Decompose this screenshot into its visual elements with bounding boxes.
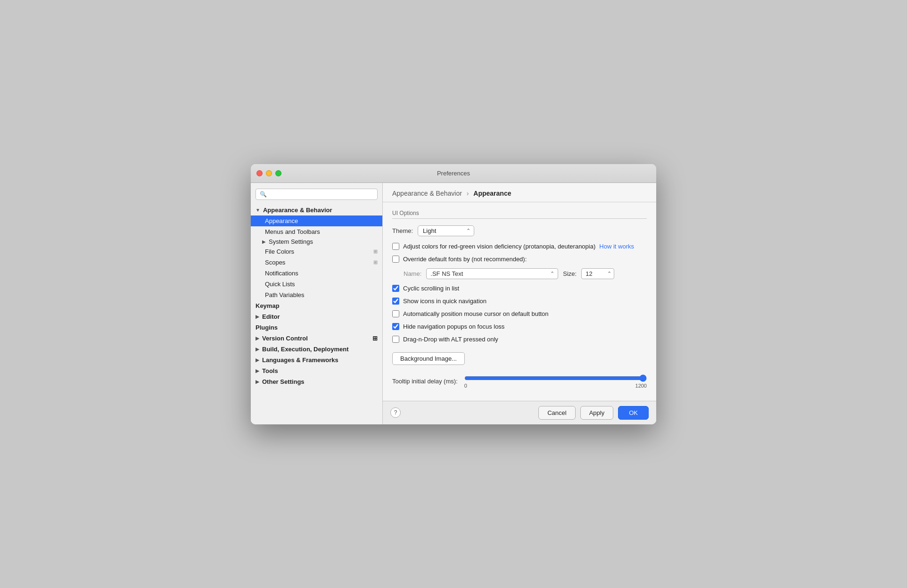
sidebar-section-label: Version Control [262,335,308,342]
font-select-wrapper[interactable]: .SF NS Text ⌃ [426,268,558,279]
title-bar: Preferences [251,164,656,183]
sidebar-item-appearance[interactable]: Appearance [251,215,382,226]
breadcrumb: Appearance & Behavior › Appearance [383,183,656,202]
window-title: Preferences [437,170,470,177]
search-bar[interactable] [256,189,378,200]
sidebar-item-label: System Settings [269,238,313,245]
sidebar: ▼ Appearance & Behavior Appearance Menus… [251,183,383,424]
sidebar-section-label: Tools [262,367,278,374]
sidebar-item-other-settings[interactable]: ▶ Other Settings [251,376,382,387]
drag-drop-checkbox[interactable] [392,336,399,343]
hide-nav-checkbox[interactable] [392,323,399,330]
sidebar-item-label: Quick Lists [265,281,295,288]
auto-mouse-row: Automatically position mouse cursor on d… [392,310,647,317]
theme-label: Theme: [392,227,413,234]
sidebar-item-plugins[interactable]: Plugins [251,322,382,333]
footer-left: ? [390,407,401,418]
sidebar-item-menus-toolbars[interactable]: Menus and Toolbars [251,226,382,237]
color-blind-row: Adjust colors for red-green vision defic… [392,243,647,250]
background-image-button[interactable]: Background Image... [392,352,465,365]
slider-labels: 0 1200 [464,383,647,389]
sidebar-item-path-variables[interactable]: Path Variables [251,290,382,300]
question-icon: ? [394,409,397,416]
sidebar-item-editor[interactable]: ▶ Editor [251,311,382,322]
sidebar-item-tools[interactable]: ▶ Tools [251,365,382,376]
theme-select-wrapper[interactable]: Light Darcula High contrast ⌃ [418,225,474,236]
help-button[interactable]: ? [390,407,401,418]
font-row: Name: .SF NS Text ⌃ Size: 12 10 11 1 [404,268,647,279]
font-size-label: Size: [563,270,577,277]
breadcrumb-separator: › [467,190,469,197]
drag-drop-row: Drag-n-Drop with ALT pressed only [392,336,647,343]
cyclic-scrolling-checkbox[interactable] [392,285,399,292]
footer-right: Cancel Apply OK [538,406,649,420]
cyclic-scrolling-row: Cyclic scrolling in list [392,285,647,292]
expand-arrow-icon: ▶ [256,314,259,319]
override-fonts-checkbox[interactable] [392,256,399,263]
override-fonts-label: Override default fonts by (not recommend… [403,256,527,263]
theme-select[interactable]: Light Darcula High contrast [418,225,474,236]
sidebar-section-label: Languages & Frameworks [262,356,338,364]
drag-drop-label: Drag-n-Drop with ALT pressed only [403,336,498,343]
sidebar-item-scopes[interactable]: Scopes ⊞ [251,257,382,268]
sidebar-item-label: Scopes [265,259,285,266]
size-select-wrapper[interactable]: 12 10 11 13 14 ⌃ [581,268,614,279]
expand-arrow-icon: ▶ [256,379,259,384]
sidebar-item-notifications[interactable]: Notifications [251,268,382,279]
sidebar-item-label: Path Variables [265,291,305,298]
close-button[interactable] [256,170,263,176]
sidebar-item-label: Menus and Toolbars [265,228,320,235]
font-name-label: Name: [404,270,421,277]
expand-arrow-icon: ▶ [256,368,259,373]
sidebar-section-label: Editor [262,313,280,320]
show-icons-checkbox[interactable] [392,298,399,305]
copy-icon: ⊞ [373,259,378,265]
color-blind-checkbox[interactable] [392,243,399,250]
bg-image-wrapper: Background Image... [392,348,647,374]
show-icons-row: Show icons in quick navigation [392,298,647,305]
tooltip-label: Tooltip initial delay (ms): [392,378,458,385]
sidebar-section-label: Build, Execution, Deployment [262,346,348,353]
sidebar-item-appearance-behavior[interactable]: ▼ Appearance & Behavior [251,205,382,215]
maximize-button[interactable] [275,170,281,176]
search-input[interactable] [256,189,378,200]
sidebar-section-label: Other Settings [262,378,305,385]
expand-arrow-icon: ▶ [256,347,259,352]
slider-min-label: 0 [464,383,467,389]
how-it-works-link[interactable]: How it works [599,243,634,250]
show-icons-label: Show icons in quick navigation [403,298,486,305]
tooltip-delay-slider[interactable] [464,374,647,382]
sidebar-item-keymap[interactable]: Keymap [251,300,382,311]
cancel-button[interactable]: Cancel [538,406,575,420]
auto-mouse-label: Automatically position mouse cursor on d… [403,310,549,317]
color-blind-label: Adjust colors for red-green vision defic… [403,243,595,250]
tooltip-row: Tooltip initial delay (ms): 0 1200 [392,374,647,389]
sidebar-item-quick-lists[interactable]: Quick Lists [251,279,382,290]
sidebar-item-system-settings[interactable]: ▶ System Settings [251,237,382,246]
ok-button[interactable]: OK [618,406,649,420]
auto-mouse-checkbox[interactable] [392,310,399,317]
expand-arrow-icon: ▶ [262,239,266,244]
main-content: Appearance & Behavior › Appearance UI Op… [383,183,656,424]
copy-icon: ⊞ [372,335,378,342]
sidebar-item-version-control[interactable]: ▶ Version Control ⊞ [251,333,382,344]
hide-nav-label: Hide navigation popups on focus loss [403,323,504,330]
hide-nav-row: Hide navigation popups on focus loss [392,323,647,330]
font-size-select[interactable]: 12 10 11 13 14 [581,268,614,279]
expand-arrow-icon: ▼ [256,207,260,213]
minimize-button[interactable] [266,170,272,176]
font-name-select[interactable]: .SF NS Text [426,268,558,279]
breadcrumb-current: Appearance [473,190,511,197]
sidebar-item-languages[interactable]: ▶ Languages & Frameworks [251,355,382,365]
section-title: UI Options [392,210,647,219]
copy-icon: ⊞ [373,248,378,255]
sidebar-item-label: Appearance [265,217,298,224]
sidebar-item-file-colors[interactable]: File Colors ⊞ [251,246,382,257]
window-controls [256,170,281,176]
sidebar-item-build[interactable]: ▶ Build, Execution, Deployment [251,344,382,355]
expand-arrow-icon: ▶ [256,336,259,341]
cyclic-scrolling-label: Cyclic scrolling in list [403,285,459,292]
sidebar-section-label: Keymap [256,302,280,309]
expand-arrow-icon: ▶ [256,357,259,363]
apply-button[interactable]: Apply [580,406,614,420]
